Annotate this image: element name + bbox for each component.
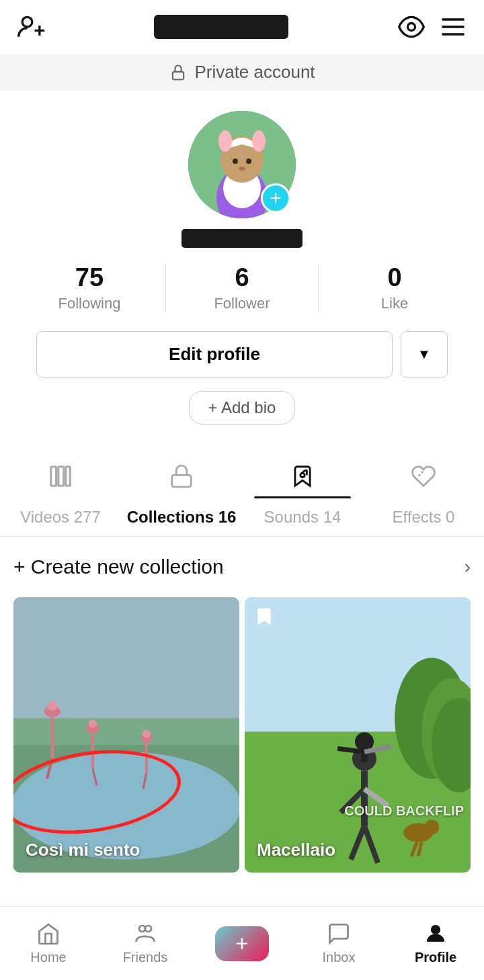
flamingo-scene-svg (13, 597, 239, 873)
header-center (46, 15, 397, 39)
svg-point-15 (246, 159, 251, 164)
card-label-flamingo: Così mi sento (26, 840, 140, 860)
following-count: 75 (20, 264, 159, 292)
create-collection-row[interactable]: + Create new collection › (13, 537, 471, 597)
acrobat-scene-bg: COULD BACKFLIP (245, 597, 471, 873)
create-button[interactable]: + (215, 926, 269, 961)
username-blur (154, 15, 288, 39)
bookmark-music-icon (290, 463, 315, 489)
stats-row: 75 Following 6 Follower 0 Like (13, 264, 471, 312)
bookmark-icon-card (254, 607, 274, 627)
display-name-blur (182, 229, 302, 248)
tab-label-collections[interactable]: Collections 16 (121, 508, 242, 536)
stat-follower[interactable]: 6 Follower (166, 264, 319, 312)
nav-friends-label: Friends (123, 950, 168, 965)
tab-label-sounds[interactable]: Sounds 14 (242, 508, 363, 536)
nav-inbox[interactable]: Inbox (290, 915, 387, 972)
svg-rect-20 (172, 475, 192, 486)
nav-home-label: Home (30, 950, 66, 965)
header (0, 0, 484, 54)
avatar-wrap: + (188, 111, 296, 218)
profile-section: + 75 Following 6 Follower 0 Like Edit pr… (0, 91, 484, 447)
profile-nav-icon (424, 922, 448, 946)
collection-card-acrobat[interactable]: COULD BACKFLIP Macellaio (245, 597, 471, 873)
svg-point-60 (139, 926, 145, 932)
backflip-text: COULD BACKFLIP (344, 803, 464, 819)
hamburger-icon[interactable] (438, 12, 468, 42)
tab-icon-videos[interactable] (0, 454, 121, 498)
visibility-icon[interactable] (397, 12, 426, 42)
svg-rect-7 (173, 71, 184, 79)
card-label-acrobat: Macellaio (257, 840, 335, 860)
inbox-icon (327, 922, 351, 946)
nav-profile-label: Profile (415, 950, 456, 965)
friends-icon (133, 922, 157, 946)
svg-point-40 (143, 729, 151, 738)
stat-like[interactable]: 0 Like (319, 264, 471, 312)
following-label: Following (20, 295, 159, 312)
collection-grid: Così mi sento (13, 597, 471, 873)
add-bio-button[interactable]: + Add bio (189, 391, 296, 425)
grid-icon (48, 463, 73, 489)
svg-point-13 (252, 130, 266, 152)
svg-point-61 (145, 926, 151, 932)
tab-icon-collections[interactable] (121, 454, 242, 498)
stat-following[interactable]: 75 Following (13, 264, 166, 312)
lock-icon (169, 63, 188, 82)
header-left (16, 12, 46, 42)
tab-icon-effects[interactable] (363, 454, 484, 498)
nav-inbox-label: Inbox (323, 950, 356, 965)
like-label: Like (325, 295, 464, 312)
svg-point-32 (48, 701, 57, 711)
svg-rect-17 (51, 467, 56, 486)
nav-create[interactable]: + (194, 920, 290, 968)
svg-point-16 (239, 167, 245, 171)
heart-effects-icon (411, 463, 436, 489)
chevron-right-icon: › (465, 556, 471, 578)
tabs-icons-row (0, 447, 484, 498)
svg-point-36 (89, 719, 97, 727)
tab-labels-row: Videos 277 Collections 16 Sounds 14 Effe… (0, 498, 484, 536)
create-collection-label: + Create new collection (13, 555, 224, 578)
svg-rect-18 (58, 467, 64, 486)
nav-home[interactable]: Home (0, 915, 97, 972)
follower-count: 6 (173, 264, 311, 292)
svg-line-54 (337, 748, 364, 752)
collections-section: + Create new collection › (0, 537, 484, 873)
tab-label-videos[interactable]: Videos 277 (0, 508, 121, 536)
svg-point-12 (218, 130, 232, 152)
plus-icon: + (235, 930, 249, 956)
add-friend-icon[interactable] (16, 12, 46, 42)
tabs-bar: Videos 277 Collections 16 Sounds 14 Effe… (0, 447, 484, 537)
svg-point-23 (300, 473, 305, 477)
buttons-row: Edit profile ▼ (36, 331, 448, 377)
svg-point-3 (408, 24, 415, 31)
nav-profile[interactable]: Profile (387, 915, 484, 972)
tab-icon-sounds[interactable] (242, 454, 363, 498)
bottom-nav: Home Friends + Inbox Profile (0, 906, 484, 980)
svg-point-0 (22, 17, 32, 27)
private-account-bar: Private account (0, 54, 484, 91)
tab-label-effects[interactable]: Effects 0 (363, 508, 484, 536)
nav-friends[interactable]: Friends (97, 915, 194, 972)
svg-point-62 (432, 926, 440, 934)
svg-point-14 (233, 159, 238, 164)
collection-card-flamingo[interactable]: Così mi sento (13, 597, 239, 873)
avatar-add-button[interactable]: + (261, 183, 290, 213)
like-count: 0 (325, 264, 464, 292)
header-right (397, 12, 468, 42)
private-account-text: Private account (194, 62, 315, 83)
edit-profile-button[interactable]: Edit profile (36, 331, 393, 377)
flamingo-scene-bg (13, 597, 239, 873)
home-icon (36, 922, 61, 946)
share-dropdown-button[interactable]: ▼ (401, 331, 448, 377)
svg-point-57 (424, 819, 439, 834)
svg-rect-19 (66, 467, 70, 486)
lock-grid-icon (169, 463, 194, 489)
follower-label: Follower (173, 295, 311, 312)
acrobat-scene-svg (245, 597, 471, 873)
chevron-down-icon: ▼ (417, 347, 431, 362)
